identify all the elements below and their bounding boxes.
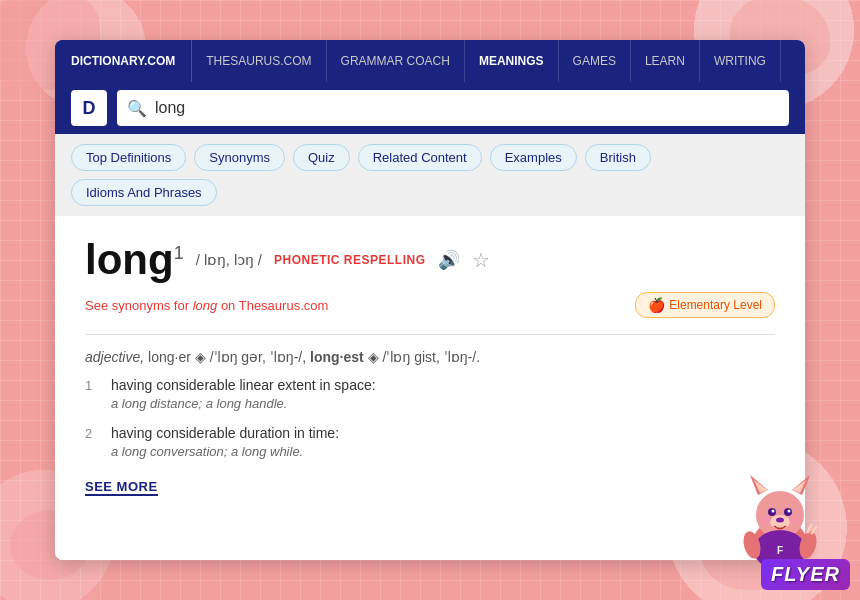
tabs-area: Top Definitions Synonyms Quiz Related Co…	[55, 134, 805, 216]
tab-synonyms[interactable]: Synonyms	[194, 144, 285, 171]
nav-link-meanings[interactable]: MEANINGS	[465, 40, 559, 82]
tab-quiz[interactable]: Quiz	[293, 144, 350, 171]
flyer-body: F FLYER	[730, 470, 850, 590]
def-example-1: a long distance; a long handle.	[111, 396, 775, 411]
svg-point-8	[772, 510, 775, 513]
search-bar: D 🔍	[55, 82, 805, 134]
synonyms-link[interactable]: See synonyms for long on Thesaurus.com	[85, 298, 328, 313]
def-num-2: 2	[85, 426, 99, 459]
def-text-2: having considerable duration in time:	[111, 425, 775, 441]
svg-line-19	[808, 525, 811, 532]
tab-idioms[interactable]: Idioms And Phrases	[71, 179, 217, 206]
nav-link-writing[interactable]: WRITING	[700, 40, 781, 82]
word-superscript: 1	[174, 243, 184, 263]
search-logo: D	[71, 90, 107, 126]
svg-point-9	[788, 510, 791, 513]
svg-point-13	[789, 516, 801, 524]
tab-related-content[interactable]: Related Content	[358, 144, 482, 171]
phonetic-link[interactable]: PHONETIC RESPELLING	[274, 253, 426, 267]
content-area: long1 / lɒŋ, lɔŋ / PHONETIC RESPELLING 🔊…	[55, 216, 805, 560]
def-num-1: 1	[85, 378, 99, 411]
svg-line-18	[812, 527, 816, 533]
def-meta: adjective, long·er ◈ /ˈlɒŋ gər, ˈlɒŋ-/, …	[85, 349, 775, 365]
def-content-1: having considerable linear extent in spa…	[111, 377, 775, 411]
def-example-2: a long conversation; a long while.	[111, 444, 775, 459]
svg-point-11	[776, 518, 784, 523]
browser-window: DICTIONARY.COM THESAURUS.COM GRAMMAR COA…	[55, 40, 805, 560]
nav-link-grammar[interactable]: GRAMMAR COACH	[327, 40, 465, 82]
nav-logo[interactable]: DICTIONARY.COM	[55, 40, 192, 82]
svg-point-12	[759, 516, 771, 524]
def-content-2: having considerable duration in time: a …	[111, 425, 775, 459]
speaker-icon[interactable]: 🔊	[438, 249, 460, 271]
nav-link-thesaurus[interactable]: THESAURUS.COM	[192, 40, 326, 82]
definition-item: 2 having considerable duration in time: …	[85, 425, 775, 459]
word-title: long1	[85, 236, 184, 284]
nav-link-games[interactable]: GAMES	[559, 40, 631, 82]
pronunciation: / lɒŋ, lɔŋ /	[196, 251, 262, 269]
level-badge: 🍎 Elementary Level	[635, 292, 775, 318]
star-icon[interactable]: ☆	[472, 248, 490, 272]
def-text-1: having considerable linear extent in spa…	[111, 377, 775, 393]
definition-item: 1 having considerable linear extent in s…	[85, 377, 775, 411]
synonyms-row: See synonyms for long on Thesaurus.com 🍎…	[85, 292, 775, 318]
tab-examples[interactable]: Examples	[490, 144, 577, 171]
nav-bar: DICTIONARY.COM THESAURUS.COM GRAMMAR COA…	[55, 40, 805, 82]
divider	[85, 334, 775, 335]
svg-text:F: F	[777, 545, 783, 556]
tab-british[interactable]: British	[585, 144, 651, 171]
flyer-character: F FLYER	[730, 470, 850, 590]
nav-link-learn[interactable]: LEARN	[631, 40, 700, 82]
flyer-badge: FLYER	[761, 559, 850, 590]
definitions-list: 1 having considerable linear extent in s…	[85, 377, 775, 459]
tab-top-definitions[interactable]: Top Definitions	[71, 144, 186, 171]
word-header: long1 / lɒŋ, lɔŋ / PHONETIC RESPELLING 🔊…	[85, 236, 775, 284]
apple-icon: 🍎	[648, 297, 665, 313]
see-more-link[interactable]: SEE MORE	[85, 479, 158, 496]
level-label: Elementary Level	[669, 298, 762, 312]
search-input-wrap: 🔍	[117, 90, 789, 126]
search-icon: 🔍	[127, 99, 147, 118]
search-input[interactable]	[155, 99, 779, 117]
